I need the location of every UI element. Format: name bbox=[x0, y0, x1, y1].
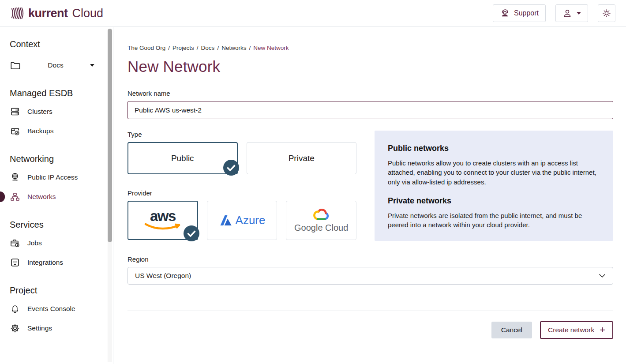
app-header: kurrent Cloud Support bbox=[0, 0, 626, 27]
waves-logo-icon bbox=[11, 6, 25, 21]
sidebar-item-label: Public IP Access bbox=[27, 173, 78, 181]
globe-icon bbox=[10, 172, 20, 183]
type-label: Type bbox=[127, 131, 356, 138]
active-item-indicator bbox=[0, 191, 5, 202]
sidebar-item-label: Integrations bbox=[27, 259, 63, 266]
type-option-public[interactable]: Public bbox=[127, 142, 238, 174]
sidebar-item-backups[interactable]: Backups bbox=[10, 121, 102, 141]
sidebar-scrollbar-thumb[interactable] bbox=[108, 29, 112, 242]
azure-logo-text: Azure bbox=[236, 214, 266, 227]
chevron-down-icon bbox=[599, 274, 606, 278]
sidebar-heading-project: Project bbox=[10, 285, 102, 296]
clusters-icon bbox=[10, 106, 20, 117]
theme-toggle-button[interactable] bbox=[598, 4, 615, 22]
sidebar-item-public-ip-access[interactable]: Public IP Access bbox=[10, 168, 102, 187]
provider-option-aws[interactable]: aws bbox=[127, 201, 198, 240]
region-select[interactable]: US West (Oregon) bbox=[127, 267, 613, 285]
folder-icon bbox=[10, 60, 21, 71]
azure-logo-icon bbox=[219, 214, 232, 226]
cancel-button[interactable]: Cancel bbox=[491, 322, 532, 338]
sitemap-icon bbox=[10, 191, 20, 202]
page-title: New Network bbox=[127, 58, 613, 75]
brand-name: kurrent bbox=[28, 7, 68, 20]
sidebar-item-jobs[interactable]: Jobs bbox=[10, 233, 102, 253]
bell-icon bbox=[10, 304, 20, 314]
plus-icon: + bbox=[600, 325, 605, 335]
outlet-icon bbox=[10, 257, 20, 268]
briefcase-icon bbox=[10, 238, 20, 248]
kurrent-cloud-logo: kurrent Cloud bbox=[11, 6, 103, 21]
sun-icon bbox=[602, 8, 611, 18]
headset-icon bbox=[500, 8, 510, 18]
type-option-label: Private bbox=[289, 154, 315, 163]
sidebar-heading-context: Context bbox=[10, 39, 102, 49]
provider-option-azure[interactable]: Azure bbox=[207, 201, 277, 240]
sidebar-item-events-console[interactable]: Events Console bbox=[10, 299, 102, 319]
sidebar-item-label: Backups bbox=[27, 127, 53, 135]
google-cloud-logo-icon bbox=[312, 208, 330, 221]
footer-divider bbox=[127, 311, 613, 311]
breadcrumb-org[interactable]: The Good Org bbox=[127, 45, 165, 51]
provider-label: Provider bbox=[127, 189, 356, 197]
gear-icon bbox=[10, 323, 20, 334]
type-option-private[interactable]: Private bbox=[247, 142, 357, 174]
google-cloud-logo-text: Google Cloud bbox=[294, 223, 348, 233]
create-network-label: Create network bbox=[548, 326, 594, 334]
region-selected-value: US West (Oregon) bbox=[135, 272, 191, 280]
breadcrumb-separator: / bbox=[168, 45, 170, 51]
sidebar-item-docs-context-switcher[interactable]: Docs bbox=[10, 56, 94, 75]
private-networks-heading: Private networks bbox=[388, 196, 600, 206]
aws-logo: aws bbox=[150, 210, 176, 222]
support-label: Support bbox=[514, 9, 539, 17]
sidebar: Context Docs Managed ESDB Clusters bbox=[0, 27, 113, 364]
selected-check-icon bbox=[223, 160, 239, 176]
region-label: Region bbox=[127, 255, 613, 263]
breadcrumb-separator: / bbox=[217, 45, 219, 51]
sidebar-item-networks[interactable]: Networks bbox=[10, 187, 102, 206]
sidebar-item-label: Networks bbox=[27, 193, 56, 201]
public-networks-description: Public networks allow you to create clus… bbox=[388, 158, 600, 187]
network-name-input[interactable] bbox=[127, 101, 613, 119]
public-networks-heading: Public networks bbox=[388, 144, 600, 153]
sidebar-heading-networking: Networking bbox=[10, 154, 102, 164]
sidebar-item-clusters[interactable]: Clusters bbox=[10, 102, 102, 121]
context-label: Docs bbox=[28, 61, 83, 69]
provider-option-google-cloud[interactable]: Google Cloud bbox=[286, 201, 356, 240]
brand-suffix: Cloud bbox=[72, 7, 104, 20]
create-network-button[interactable]: Create network + bbox=[540, 321, 613, 339]
network-name-label: Network name bbox=[127, 90, 613, 97]
sidebar-heading-services: Services bbox=[10, 220, 102, 230]
sidebar-item-label: Jobs bbox=[27, 239, 42, 247]
breadcrumb-separator: / bbox=[249, 45, 251, 51]
sidebar-item-settings[interactable]: Settings bbox=[10, 319, 102, 338]
chevron-down-icon bbox=[577, 12, 581, 15]
user-menu-button[interactable] bbox=[555, 4, 588, 22]
support-button[interactable]: Support bbox=[493, 4, 546, 22]
private-networks-description: Private networks are isolated from the p… bbox=[388, 211, 600, 230]
backups-icon bbox=[10, 126, 20, 136]
user-icon bbox=[562, 8, 572, 18]
breadcrumb-projects[interactable]: Projects bbox=[172, 45, 194, 51]
sidebar-item-label: Events Console bbox=[27, 305, 75, 313]
breadcrumb-current: New Network bbox=[253, 45, 289, 51]
breadcrumb-project-docs[interactable]: Docs bbox=[201, 45, 215, 51]
chevron-down-icon bbox=[90, 64, 94, 67]
selected-check-icon bbox=[184, 225, 199, 241]
sidebar-item-label: Clusters bbox=[27, 108, 52, 116]
network-types-info-panel: Public networks Public networks allow yo… bbox=[375, 131, 613, 241]
breadcrumb-separator: / bbox=[197, 45, 199, 51]
sidebar-heading-managed-esdb: Managed ESDB bbox=[10, 88, 102, 98]
aws-smile-icon bbox=[143, 223, 182, 231]
breadcrumb: The Good Org/Projects/Docs/Networks/New … bbox=[127, 45, 613, 51]
sidebar-item-label: Settings bbox=[27, 324, 52, 332]
sidebar-item-integrations[interactable]: Integrations bbox=[10, 253, 102, 272]
type-option-label: Public bbox=[171, 154, 194, 163]
main-content: The Good Org/Projects/Docs/Networks/New … bbox=[113, 27, 626, 364]
breadcrumb-networks[interactable]: Networks bbox=[221, 45, 246, 51]
